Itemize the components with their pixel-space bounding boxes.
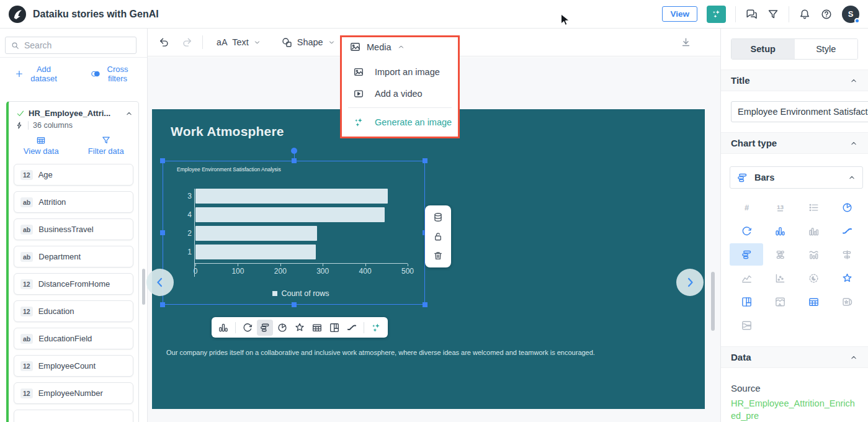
chart-type-bars-horizontal-icon[interactable] <box>730 243 763 266</box>
y-axis-label: 3 <box>182 192 192 200</box>
download-icon[interactable] <box>680 37 692 48</box>
chart-type-bars-stacked-icon[interactable] <box>763 243 797 266</box>
source-dataset-link[interactable]: HR_Employee_Attrition_Enriched_prepared <box>731 397 858 422</box>
chart-type-map-icon[interactable] <box>763 290 797 313</box>
chart-type-number-13-icon[interactable]: 13 <box>763 196 797 218</box>
chart-type-star-icon[interactable] <box>831 267 864 289</box>
avatar[interactable]: S <box>842 6 859 23</box>
chart-type-bars-butterfly-icon[interactable] <box>831 243 864 266</box>
chart-type-bars-wave-icon[interactable] <box>797 243 831 266</box>
column-item[interactable]: 12EmployeeNumber <box>14 382 133 404</box>
media-dropdown-menu: Import an imageAdd a videoGenerate an im… <box>342 56 458 133</box>
chart-type-line-chart-icon[interactable] <box>730 267 763 289</box>
help-icon[interactable] <box>820 8 833 20</box>
column-item[interactable]: 12EmployeeCount <box>14 355 133 377</box>
gauge-icon[interactable] <box>239 320 256 336</box>
database-icon[interactable] <box>432 212 444 223</box>
chart-type-scatter-icon[interactable] <box>763 267 797 289</box>
menu-item-import-an-image[interactable]: Import an image <box>342 61 458 83</box>
trash-icon[interactable] <box>432 250 444 261</box>
sankey-icon[interactable] <box>344 320 360 336</box>
table-icon[interactable] <box>309 320 325 336</box>
text-tool-button[interactable]: aA Text <box>217 37 261 47</box>
column-item[interactable]: 12Education <box>14 300 133 322</box>
sparkles-icon[interactable] <box>368 320 384 336</box>
bars-horizontal-icon[interactable] <box>257 320 273 336</box>
chart-type-flows-icon[interactable] <box>730 314 763 336</box>
redo-icon[interactable] <box>181 37 193 48</box>
chart-title-input[interactable] <box>731 101 868 122</box>
media-menu-button[interactable]: Media <box>342 37 458 56</box>
slide-title[interactable]: Work Atmosphere <box>171 124 284 139</box>
next-slide-button[interactable] <box>676 269 704 296</box>
column-item[interactable]: 12DistanceFromHome <box>14 273 133 295</box>
check-icon <box>16 109 25 118</box>
filter-icon[interactable] <box>767 8 779 20</box>
bars-vertical-icon[interactable] <box>215 320 231 336</box>
resize-handle-se[interactable] <box>423 302 427 307</box>
data-section-header[interactable]: Data <box>721 346 868 368</box>
undo-icon[interactable] <box>158 37 170 48</box>
chart-type-pie-icon[interactable] <box>831 196 864 218</box>
comments-icon[interactable] <box>745 8 758 20</box>
tab-setup[interactable]: Setup <box>732 39 795 59</box>
column-item[interactable]: abEducationField <box>14 328 133 349</box>
shape-tool-button[interactable]: Shape <box>281 37 336 48</box>
chart-type-cards-icon[interactable] <box>831 290 864 313</box>
column-item[interactable]: abAttrition <box>14 191 133 213</box>
search-input[interactable] <box>24 40 117 50</box>
chart-type-list-icon[interactable] <box>797 196 831 218</box>
resize-handle-s[interactable] <box>292 302 297 307</box>
selected-chart-block[interactable]: Employee Environment Satisfaction Analys… <box>163 161 425 305</box>
chart-type-bars-vertical-icon[interactable] <box>763 220 797 242</box>
chart-type-section-header[interactable]: Chart type <box>721 132 868 154</box>
chart-type-treemap-icon[interactable] <box>730 290 763 313</box>
right-panel: Setup Style Title Chart type Bars #13 Da… <box>720 29 868 422</box>
resize-handle-n[interactable] <box>292 158 297 163</box>
cross-filters-button[interactable]: Cross filters <box>74 65 148 83</box>
chart-type-bars-grouped-icon[interactable] <box>797 220 831 242</box>
resize-handle-ne[interactable] <box>423 158 427 163</box>
tab-style[interactable]: Style <box>795 39 858 59</box>
canvas-scrollbar[interactable] <box>711 272 715 331</box>
treemap-icon[interactable] <box>326 320 342 336</box>
view-data-button[interactable]: View data <box>9 135 74 156</box>
menu-item-generate-an-image[interactable]: Generate an image <box>342 111 458 133</box>
previous-slide-button[interactable] <box>146 269 174 296</box>
filter-data-button[interactable]: Filter data <box>74 135 139 156</box>
star-icon[interactable] <box>292 320 308 336</box>
resize-handle-nw[interactable] <box>160 158 165 163</box>
rotation-handle[interactable] <box>291 148 297 154</box>
chart-type-sankey-icon[interactable] <box>831 220 864 242</box>
add-dataset-button[interactable]: Add dataset <box>0 65 74 83</box>
selected-chart-type[interactable]: Bars <box>730 166 863 189</box>
chart-type-sunburst-icon[interactable] <box>797 267 831 289</box>
chart-type-table-icon[interactable] <box>797 290 831 313</box>
divider <box>0 57 147 58</box>
column-item[interactable]: abBusinessTravel <box>14 218 133 240</box>
sidebar-scrollbar[interactable] <box>142 269 145 305</box>
chevron-up-icon[interactable] <box>125 109 133 118</box>
chevron-left-icon <box>153 276 167 289</box>
chevron-down-icon <box>253 38 261 47</box>
chart-type-gauge-icon[interactable] <box>730 220 763 242</box>
lock-icon[interactable] <box>432 231 444 242</box>
resize-handle-w[interactable] <box>160 230 165 235</box>
slide[interactable]: Work Atmosphere Employee Environment Sat… <box>152 109 705 409</box>
chevron-down-icon <box>328 38 336 47</box>
resize-handle-sw[interactable] <box>160 302 165 307</box>
notifications-icon[interactable] <box>799 8 811 20</box>
view-button[interactable]: View <box>662 6 697 22</box>
menu-item-add-a-video[interactable]: Add a video <box>342 83 458 104</box>
title-section-header[interactable]: Title <box>721 70 868 91</box>
ai-assistant-button[interactable] <box>707 6 726 23</box>
slide-paragraph[interactable]: Our company prides itself on a collabora… <box>166 349 691 356</box>
column-item[interactable]: 12Age <box>14 164 133 186</box>
pie-icon[interactable] <box>274 320 290 336</box>
search-box[interactable] <box>5 37 136 54</box>
divider <box>789 6 789 22</box>
chart-type-hash-icon[interactable]: # <box>730 196 763 218</box>
chart-type-floating-toolbar <box>212 317 388 338</box>
column-item-partial[interactable] <box>14 410 133 422</box>
column-item[interactable]: abDepartment <box>14 246 133 267</box>
